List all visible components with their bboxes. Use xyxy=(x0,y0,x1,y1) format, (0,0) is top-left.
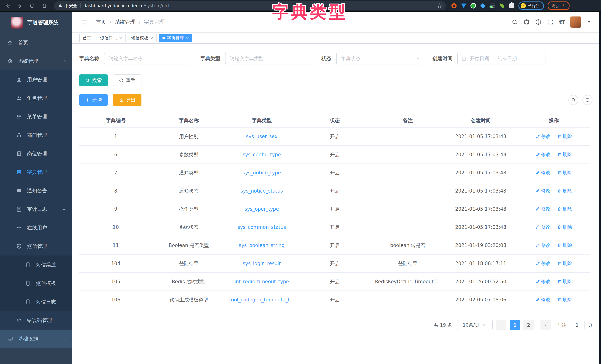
sidebar-fold-icon[interactable] xyxy=(81,19,88,25)
goto-page-input[interactable] xyxy=(570,320,584,330)
extension-icon-drop[interactable] xyxy=(461,3,467,9)
tab-短信模板[interactable]: 短信模板× xyxy=(128,34,157,42)
edit-link[interactable]: 修改 xyxy=(536,133,551,139)
search-icon[interactable] xyxy=(511,19,518,25)
delete-link[interactable]: 删除 xyxy=(557,133,572,139)
dict-type-link[interactable]: sys_user_sex xyxy=(246,134,278,139)
dict-type-link[interactable]: sys_boolean_string xyxy=(239,243,285,248)
dict-type-link[interactable]: tool_codegen_template_t... xyxy=(229,297,294,303)
status-select[interactable]: 字典状态 xyxy=(336,53,424,64)
extension-icon-orange[interactable] xyxy=(451,3,457,9)
sidebar-item-phone-短信渠道[interactable]: 短信渠道 xyxy=(0,255,72,274)
close-tab-icon[interactable]: × xyxy=(186,36,189,40)
sidebar-item-monitor-基础设施[interactable]: 基础设施 xyxy=(0,330,72,348)
sidebar-item-chat-通知公告[interactable]: 通知公告 xyxy=(0,182,72,200)
edit-icon xyxy=(536,279,540,284)
tab-首页[interactable]: 首页 xyxy=(79,34,94,42)
sidebar-item-code-错误码管理[interactable]: 错误码管理 xyxy=(0,311,72,330)
edit-link[interactable]: 修改 xyxy=(536,242,551,248)
delete-link[interactable]: 删除 xyxy=(557,206,572,212)
user-menu-caret-icon[interactable] xyxy=(587,20,591,24)
browser-home-button[interactable] xyxy=(40,1,49,10)
bookmark-star-icon[interactable] xyxy=(437,3,442,8)
sidebar-item-phone-短信日志[interactable]: 短信日志 xyxy=(0,293,72,311)
fullscreen-icon[interactable] xyxy=(547,19,553,25)
address-bar[interactable]: 不安全 dashboard.yudao.iocoder.cn/system/di… xyxy=(54,1,446,10)
sidebar-logo-row[interactable]: 芋道管理系统 xyxy=(0,12,72,33)
sidebar-item-book-字典管理[interactable]: 字典管理 xyxy=(0,163,72,182)
browser-update-button[interactable]: 更新 ⋮ xyxy=(548,1,570,10)
sidebar-item-user-用户管理[interactable]: 用户管理 xyxy=(0,70,72,89)
browser-scrollbar[interactable] xyxy=(599,12,601,364)
github-icon[interactable] xyxy=(523,19,530,25)
delete-link[interactable]: 删除 xyxy=(557,297,572,303)
sidebar-item-tree-部门管理[interactable]: 部门管理 xyxy=(0,126,72,144)
page-button-1[interactable]: 1 xyxy=(510,320,520,330)
dict-type-link[interactable]: sys_common_status xyxy=(238,224,286,230)
dict-type-link[interactable]: sys_login_result xyxy=(243,261,281,266)
sidebar-item-badge-岗位管理[interactable]: 岗位管理 xyxy=(0,144,72,163)
browser-forward-button[interactable] xyxy=(16,1,24,10)
sidebar-item-menu-菜单管理[interactable]: 菜单管理 xyxy=(0,107,72,126)
breadcrumb-item[interactable]: 首页 xyxy=(96,19,106,26)
edit-link[interactable]: 修改 xyxy=(536,224,551,230)
delete-link[interactable]: 删除 xyxy=(557,260,572,266)
profile-paused-chip[interactable]: 已暂停 xyxy=(518,1,544,10)
reset-button[interactable]: 重置 xyxy=(113,74,141,86)
sidebar-item-link-在线用户[interactable]: 在线用户 xyxy=(0,219,72,237)
dict-type-link[interactable]: sys_config_type xyxy=(243,152,281,157)
export-button[interactable]: 导出 xyxy=(113,94,141,106)
edit-link[interactable]: 修改 xyxy=(536,260,551,266)
sidebar-item-users-角色管理[interactable]: 角色管理 xyxy=(0,89,72,107)
sidebar-item-gear-系统管理[interactable]: 系统管理 xyxy=(0,52,72,70)
edit-link[interactable]: 修改 xyxy=(536,170,551,176)
breadcrumb-item[interactable]: 系统管理 xyxy=(115,19,135,26)
dict-type-link[interactable]: sys_notice_status xyxy=(240,188,283,194)
edit-link[interactable]: 修改 xyxy=(536,297,551,303)
edit-link[interactable]: 修改 xyxy=(536,278,551,284)
breadcrumb-separator: / xyxy=(110,19,111,25)
browser-back-button[interactable] xyxy=(3,1,12,10)
page-size-select[interactable]: 10条/页 xyxy=(457,320,493,330)
tab-短信日志[interactable]: 短信日志× xyxy=(97,34,126,42)
dict-type-input[interactable] xyxy=(225,53,313,64)
delete-link[interactable]: 删除 xyxy=(557,224,572,230)
user-avatar[interactable] xyxy=(570,17,581,28)
extensions-puzzle-icon[interactable] xyxy=(509,3,515,9)
refresh-table-button[interactable] xyxy=(582,95,592,105)
next-page-button[interactable] xyxy=(541,320,551,330)
sidebar-item-phone-短信模板[interactable]: 短信模板 xyxy=(0,274,72,293)
add-button[interactable]: 新增 xyxy=(79,94,108,106)
delete-link[interactable]: 删除 xyxy=(557,152,572,158)
browser-refresh-button[interactable] xyxy=(28,1,37,10)
browser-menu-icon[interactable]: ⋮ xyxy=(562,3,566,8)
close-tab-icon[interactable]: × xyxy=(119,36,122,40)
extension-icon-diamond[interactable] xyxy=(480,3,486,9)
delete-link[interactable]: 删除 xyxy=(557,242,572,248)
extension-icon-green[interactable] xyxy=(470,3,476,9)
edit-link[interactable]: 修改 xyxy=(536,206,551,212)
dict-type-link[interactable]: inf_redis_timeout_type xyxy=(234,279,289,284)
sidebar-item-shield-短信管理[interactable]: 短信管理 xyxy=(0,237,72,255)
delete-link[interactable]: 删除 xyxy=(557,188,572,194)
dict-name-input[interactable] xyxy=(104,53,192,64)
dict-type-link[interactable]: sys_oper_type xyxy=(245,206,279,212)
font-size-icon[interactable]: tT xyxy=(559,19,565,25)
toggle-search-button[interactable] xyxy=(568,95,578,105)
page-button-2[interactable]: 2 xyxy=(523,320,534,330)
tab-字典管理[interactable]: 字典管理× xyxy=(159,34,192,42)
close-tab-icon[interactable]: × xyxy=(150,36,153,40)
extension-icon-tampermonkey[interactable]: on xyxy=(490,3,495,9)
edit-link[interactable]: 修改 xyxy=(536,152,551,158)
search-button[interactable]: 搜索 xyxy=(79,74,108,86)
prev-page-button[interactable] xyxy=(496,320,506,330)
sidebar-item-doc-审计日志[interactable]: 审计日志 xyxy=(0,200,72,219)
help-icon[interactable] xyxy=(535,19,541,25)
sidebar-item-gauge-首页[interactable]: 首页 xyxy=(0,33,72,52)
edit-link[interactable]: 修改 xyxy=(536,188,551,194)
dict-type-link[interactable]: sys_notice_type xyxy=(242,170,281,175)
date-range-picker[interactable]: 开始日期 - 结束日期 xyxy=(457,53,545,64)
extension-icon-leaf[interactable] xyxy=(499,3,505,9)
delete-link[interactable]: 删除 xyxy=(557,278,572,284)
delete-link[interactable]: 删除 xyxy=(557,170,572,176)
